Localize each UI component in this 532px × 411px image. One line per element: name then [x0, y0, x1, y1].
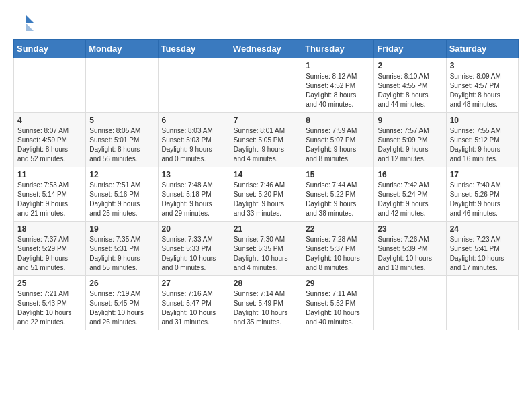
day-number: 26	[89, 279, 154, 288]
calendar-week-row: 1Sunrise: 8:12 AM Sunset: 4:52 PM Daylig…	[14, 58, 519, 113]
day-number: 20	[162, 224, 226, 234]
calendar-cell: 28Sunrise: 7:14 AM Sunset: 5:49 PM Dayli…	[230, 276, 302, 330]
day-number: 25	[17, 279, 82, 288]
calendar-cell: 10Sunrise: 7:55 AM Sunset: 5:12 PM Dayli…	[446, 113, 518, 167]
day-number: 12	[89, 170, 154, 179]
cell-content: Sunrise: 7:14 AM Sunset: 5:49 PM Dayligh…	[234, 289, 298, 327]
calendar-cell: 15Sunrise: 7:44 AM Sunset: 5:22 PM Dayli…	[302, 167, 374, 222]
day-header-friday: Friday	[374, 40, 446, 58]
calendar-cell: 14Sunrise: 7:46 AM Sunset: 5:20 PM Dayli…	[230, 167, 302, 222]
day-number: 18	[17, 224, 82, 234]
cell-content: Sunrise: 7:16 AM Sunset: 5:47 PM Dayligh…	[162, 289, 226, 327]
day-number: 28	[234, 279, 298, 288]
calendar-cell: 19Sunrise: 7:35 AM Sunset: 5:31 PM Dayli…	[86, 222, 158, 276]
calendar-table: SundayMondayTuesdayWednesdayThursdayFrid…	[13, 39, 519, 330]
calendar-cell: 17Sunrise: 7:40 AM Sunset: 5:26 PM Dayli…	[446, 167, 518, 222]
calendar-cell: 7Sunrise: 8:01 AM Sunset: 5:05 PM Daylig…	[230, 113, 302, 167]
day-number: 15	[306, 170, 370, 179]
day-number: 2	[378, 61, 442, 71]
day-header-thursday: Thursday	[302, 40, 374, 58]
calendar-cell: 11Sunrise: 7:53 AM Sunset: 5:14 PM Dayli…	[14, 167, 86, 222]
cell-content: Sunrise: 7:42 AM Sunset: 5:24 PM Dayligh…	[378, 181, 442, 218]
day-header-sunday: Sunday	[14, 40, 86, 58]
day-number: 27	[162, 279, 226, 288]
day-number: 6	[162, 116, 226, 125]
calendar-cell	[230, 58, 302, 113]
calendar-cell: 23Sunrise: 7:26 AM Sunset: 5:39 PM Dayli…	[374, 222, 446, 276]
cell-content: Sunrise: 7:11 AM Sunset: 5:52 PM Dayligh…	[306, 289, 370, 327]
calendar-cell: 9Sunrise: 7:57 AM Sunset: 5:09 PM Daylig…	[374, 113, 446, 167]
cell-content: Sunrise: 8:07 AM Sunset: 4:59 PM Dayligh…	[17, 126, 82, 164]
calendar-cell	[14, 58, 86, 113]
calendar-cell: 18Sunrise: 7:37 AM Sunset: 5:29 PM Dayli…	[14, 222, 86, 276]
cell-content: Sunrise: 7:37 AM Sunset: 5:29 PM Dayligh…	[17, 235, 82, 273]
day-number: 24	[450, 224, 515, 234]
calendar-cell	[446, 276, 518, 330]
day-number: 3	[450, 61, 515, 71]
calendar-cell: 13Sunrise: 7:48 AM Sunset: 5:18 PM Dayli…	[158, 167, 230, 222]
day-number: 29	[306, 279, 370, 288]
day-number: 13	[162, 170, 226, 179]
cell-content: Sunrise: 7:59 AM Sunset: 5:07 PM Dayligh…	[306, 126, 370, 164]
day-number: 9	[378, 116, 442, 125]
day-number: 11	[17, 170, 82, 179]
calendar-cell: 16Sunrise: 7:42 AM Sunset: 5:24 PM Dayli…	[374, 167, 446, 222]
day-number: 16	[378, 170, 442, 179]
cell-content: Sunrise: 7:53 AM Sunset: 5:14 PM Dayligh…	[17, 181, 82, 218]
calendar-cell: 21Sunrise: 7:30 AM Sunset: 5:35 PM Dayli…	[230, 222, 302, 276]
cell-content: Sunrise: 8:01 AM Sunset: 5:05 PM Dayligh…	[234, 126, 298, 164]
cell-content: Sunrise: 7:55 AM Sunset: 5:12 PM Dayligh…	[450, 126, 515, 164]
calendar-cell: 12Sunrise: 7:51 AM Sunset: 5:16 PM Dayli…	[86, 167, 158, 222]
cell-content: Sunrise: 7:57 AM Sunset: 5:09 PM Dayligh…	[378, 126, 442, 164]
cell-content: Sunrise: 8:05 AM Sunset: 5:01 PM Dayligh…	[89, 126, 154, 164]
cell-content: Sunrise: 7:26 AM Sunset: 5:39 PM Dayligh…	[378, 235, 442, 273]
cell-content: Sunrise: 7:30 AM Sunset: 5:35 PM Dayligh…	[234, 235, 298, 273]
logo	[13, 13, 36, 32]
calendar-cell: 4Sunrise: 8:07 AM Sunset: 4:59 PM Daylig…	[14, 113, 86, 167]
cell-content: Sunrise: 8:10 AM Sunset: 4:55 PM Dayligh…	[378, 72, 442, 109]
calendar-cell: 24Sunrise: 7:23 AM Sunset: 5:41 PM Dayli…	[446, 222, 518, 276]
cell-content: Sunrise: 7:40 AM Sunset: 5:26 PM Dayligh…	[450, 181, 515, 218]
cell-content: Sunrise: 7:19 AM Sunset: 5:45 PM Dayligh…	[89, 289, 154, 327]
calendar-cell: 25Sunrise: 7:21 AM Sunset: 5:43 PM Dayli…	[14, 276, 86, 330]
cell-content: Sunrise: 7:46 AM Sunset: 5:20 PM Dayligh…	[234, 181, 298, 218]
calendar-cell: 29Sunrise: 7:11 AM Sunset: 5:52 PM Dayli…	[302, 276, 374, 330]
calendar-cell	[158, 58, 230, 113]
day-number: 10	[450, 116, 515, 125]
cell-content: Sunrise: 7:21 AM Sunset: 5:43 PM Dayligh…	[17, 289, 82, 327]
calendar-cell: 5Sunrise: 8:05 AM Sunset: 5:01 PM Daylig…	[86, 113, 158, 167]
cell-content: Sunrise: 8:12 AM Sunset: 4:52 PM Dayligh…	[306, 72, 370, 109]
calendar-cell: 3Sunrise: 8:09 AM Sunset: 4:57 PM Daylig…	[446, 58, 518, 113]
calendar-week-row: 18Sunrise: 7:37 AM Sunset: 5:29 PM Dayli…	[14, 222, 519, 276]
calendar-week-row: 4Sunrise: 8:07 AM Sunset: 4:59 PM Daylig…	[14, 113, 519, 167]
cell-content: Sunrise: 7:44 AM Sunset: 5:22 PM Dayligh…	[306, 181, 370, 218]
cell-content: Sunrise: 7:35 AM Sunset: 5:31 PM Dayligh…	[89, 235, 154, 273]
day-number: 17	[450, 170, 515, 179]
day-number: 22	[306, 224, 370, 234]
calendar-cell	[86, 58, 158, 113]
cell-content: Sunrise: 7:51 AM Sunset: 5:16 PM Dayligh…	[89, 181, 154, 218]
day-header-wednesday: Wednesday	[230, 40, 302, 58]
calendar-week-row: 25Sunrise: 7:21 AM Sunset: 5:43 PM Dayli…	[14, 276, 519, 330]
day-header-tuesday: Tuesday	[158, 40, 230, 58]
day-number: 23	[378, 224, 442, 234]
logo-icon	[13, 13, 35, 32]
day-number: 21	[234, 224, 298, 234]
cell-content: Sunrise: 8:09 AM Sunset: 4:57 PM Dayligh…	[450, 72, 515, 109]
calendar-cell	[374, 276, 446, 330]
day-number: 8	[306, 116, 370, 125]
day-number: 14	[234, 170, 298, 179]
calendar-cell: 1Sunrise: 8:12 AM Sunset: 4:52 PM Daylig…	[302, 58, 374, 113]
day-header-saturday: Saturday	[446, 40, 518, 58]
calendar-cell: 20Sunrise: 7:33 AM Sunset: 5:33 PM Dayli…	[158, 222, 230, 276]
calendar-cell: 2Sunrise: 8:10 AM Sunset: 4:55 PM Daylig…	[374, 58, 446, 113]
cell-content: Sunrise: 7:48 AM Sunset: 5:18 PM Dayligh…	[162, 181, 226, 218]
cell-content: Sunrise: 7:33 AM Sunset: 5:33 PM Dayligh…	[162, 235, 226, 273]
day-number: 7	[234, 116, 298, 125]
cell-content: Sunrise: 7:28 AM Sunset: 5:37 PM Dayligh…	[306, 235, 370, 273]
day-number: 1	[306, 61, 370, 71]
calendar-cell: 6Sunrise: 8:03 AM Sunset: 5:03 PM Daylig…	[158, 113, 230, 167]
calendar-cell: 26Sunrise: 7:19 AM Sunset: 5:45 PM Dayli…	[86, 276, 158, 330]
calendar-header-row: SundayMondayTuesdayWednesdayThursdayFrid…	[14, 40, 519, 58]
calendar-week-row: 11Sunrise: 7:53 AM Sunset: 5:14 PM Dayli…	[14, 167, 519, 222]
